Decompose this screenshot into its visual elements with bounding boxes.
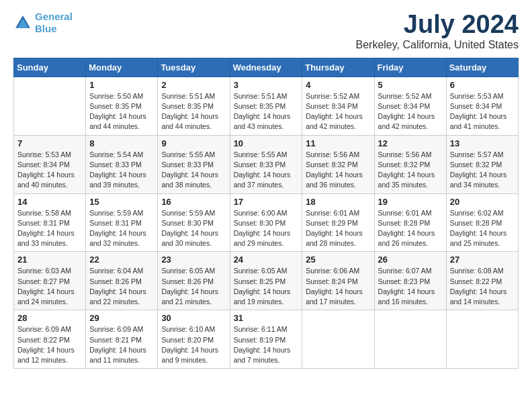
day-number: 14 [17,197,82,207]
day-number: 8 [89,138,154,148]
day-number: 21 [17,255,82,265]
location-title: Berkeley, California, United States [356,39,519,51]
calendar-cell: 16Sunrise: 5:59 AM Sunset: 8:30 PM Dayli… [158,193,230,252]
day-info: Sunrise: 5:57 AM Sunset: 8:32 PM Dayligh… [450,150,515,191]
day-info: Sunrise: 5:53 AM Sunset: 8:34 PM Dayligh… [450,91,515,132]
calendar-cell: 29Sunrise: 6:09 AM Sunset: 8:21 PM Dayli… [86,310,158,369]
day-number: 11 [306,138,370,148]
calendar-cell: 19Sunrise: 6:01 AM Sunset: 8:28 PM Dayli… [374,193,446,252]
day-info: Sunrise: 5:55 AM Sunset: 8:33 PM Dayligh… [234,150,299,191]
day-number: 27 [450,255,515,265]
day-number: 25 [306,255,370,265]
day-number: 23 [161,255,226,265]
day-info: Sunrise: 6:05 AM Sunset: 8:26 PM Dayligh… [161,266,226,307]
day-info: Sunrise: 5:56 AM Sunset: 8:32 PM Dayligh… [306,150,370,191]
calendar-cell: 9Sunrise: 5:55 AM Sunset: 8:33 PM Daylig… [158,135,230,193]
calendar-cell [302,310,374,369]
weekday-header: Tuesday [158,58,230,77]
calendar-cell: 7Sunrise: 5:53 AM Sunset: 8:34 PM Daylig… [14,135,86,193]
logo: General Blue [13,11,73,35]
day-number: 17 [234,197,299,207]
calendar-cell [446,310,518,369]
calendar-week-row: 1Sunrise: 5:50 AM Sunset: 8:35 PM Daylig… [14,77,519,135]
day-number: 19 [378,197,443,207]
day-number: 31 [234,313,299,323]
calendar-cell: 23Sunrise: 6:05 AM Sunset: 8:26 PM Dayli… [158,252,230,310]
calendar-cell: 26Sunrise: 6:07 AM Sunset: 8:23 PM Dayli… [374,252,446,310]
title-area: July 2024 Berkeley, California, United S… [356,11,519,51]
day-info: Sunrise: 5:56 AM Sunset: 8:32 PM Dayligh… [378,150,443,191]
day-info: Sunrise: 6:01 AM Sunset: 8:28 PM Dayligh… [378,208,443,249]
calendar-cell: 10Sunrise: 5:55 AM Sunset: 8:33 PM Dayli… [230,135,302,193]
calendar-cell: 1Sunrise: 5:50 AM Sunset: 8:35 PM Daylig… [86,77,158,135]
day-number: 22 [89,255,154,265]
day-number: 15 [89,197,154,207]
calendar-cell: 31Sunrise: 6:11 AM Sunset: 8:19 PM Dayli… [230,310,302,369]
calendar-cell: 3Sunrise: 5:51 AM Sunset: 8:35 PM Daylig… [230,77,302,135]
calendar-cell [374,310,446,369]
weekday-header: Thursday [302,58,374,77]
day-info: Sunrise: 6:03 AM Sunset: 8:27 PM Dayligh… [17,266,82,307]
calendar-cell: 8Sunrise: 5:54 AM Sunset: 8:33 PM Daylig… [86,135,158,193]
day-number: 29 [89,313,154,323]
day-number: 2 [161,80,226,90]
day-info: Sunrise: 5:52 AM Sunset: 8:34 PM Dayligh… [306,91,370,132]
day-info: Sunrise: 5:50 AM Sunset: 8:35 PM Dayligh… [89,91,154,132]
day-number: 7 [17,138,82,148]
calendar-cell: 27Sunrise: 6:08 AM Sunset: 8:22 PM Dayli… [446,252,518,310]
day-info: Sunrise: 5:51 AM Sunset: 8:35 PM Dayligh… [234,91,299,132]
day-number: 3 [234,80,299,90]
calendar-table: SundayMondayTuesdayWednesdayThursdayFrid… [13,58,519,369]
day-number: 24 [234,255,299,265]
calendar-cell: 12Sunrise: 5:56 AM Sunset: 8:32 PM Dayli… [374,135,446,193]
day-number: 4 [306,80,370,90]
logo-text: General Blue [35,11,73,35]
day-info: Sunrise: 5:54 AM Sunset: 8:33 PM Dayligh… [89,150,154,191]
day-info: Sunrise: 6:11 AM Sunset: 8:19 PM Dayligh… [234,324,299,365]
weekday-header: Sunday [14,58,86,77]
weekday-header: Monday [86,58,158,77]
calendar-cell: 11Sunrise: 5:56 AM Sunset: 8:32 PM Dayli… [302,135,374,193]
calendar-cell: 6Sunrise: 5:53 AM Sunset: 8:34 PM Daylig… [446,77,518,135]
logo-icon [13,13,32,32]
calendar-cell [14,77,86,135]
logo-line1: General [35,11,73,22]
day-info: Sunrise: 6:01 AM Sunset: 8:29 PM Dayligh… [306,208,370,249]
day-info: Sunrise: 6:07 AM Sunset: 8:23 PM Dayligh… [378,266,443,307]
day-info: Sunrise: 6:08 AM Sunset: 8:22 PM Dayligh… [450,266,515,307]
day-number: 1 [89,80,154,90]
calendar-cell: 21Sunrise: 6:03 AM Sunset: 8:27 PM Dayli… [14,252,86,310]
calendar-cell: 20Sunrise: 6:02 AM Sunset: 8:28 PM Dayli… [446,193,518,252]
weekday-header: Wednesday [230,58,302,77]
calendar-week-row: 14Sunrise: 5:58 AM Sunset: 8:31 PM Dayli… [14,193,519,252]
calendar-cell: 17Sunrise: 6:00 AM Sunset: 8:30 PM Dayli… [230,193,302,252]
day-info: Sunrise: 6:04 AM Sunset: 8:26 PM Dayligh… [89,266,154,307]
day-info: Sunrise: 5:55 AM Sunset: 8:33 PM Dayligh… [161,150,226,191]
day-number: 12 [378,138,443,148]
day-number: 6 [450,80,515,90]
day-info: Sunrise: 6:02 AM Sunset: 8:28 PM Dayligh… [450,208,515,249]
day-info: Sunrise: 5:52 AM Sunset: 8:34 PM Dayligh… [378,91,443,132]
day-info: Sunrise: 6:09 AM Sunset: 8:22 PM Dayligh… [17,324,82,365]
day-info: Sunrise: 5:51 AM Sunset: 8:35 PM Dayligh… [161,91,226,132]
day-number: 18 [306,197,370,207]
calendar-week-row: 28Sunrise: 6:09 AM Sunset: 8:22 PM Dayli… [14,310,519,369]
day-info: Sunrise: 6:09 AM Sunset: 8:21 PM Dayligh… [89,324,154,365]
calendar-week-row: 7Sunrise: 5:53 AM Sunset: 8:34 PM Daylig… [14,135,519,193]
day-info: Sunrise: 6:10 AM Sunset: 8:20 PM Dayligh… [161,324,226,365]
day-number: 26 [378,255,443,265]
weekday-header: Saturday [446,58,518,77]
day-info: Sunrise: 5:59 AM Sunset: 8:31 PM Dayligh… [89,208,154,249]
calendar-cell: 14Sunrise: 5:58 AM Sunset: 8:31 PM Dayli… [14,193,86,252]
day-number: 16 [161,197,226,207]
day-number: 10 [234,138,299,148]
calendar-cell: 24Sunrise: 6:05 AM Sunset: 8:25 PM Dayli… [230,252,302,310]
calendar-cell: 30Sunrise: 6:10 AM Sunset: 8:20 PM Dayli… [158,310,230,369]
calendar-cell: 2Sunrise: 5:51 AM Sunset: 8:35 PM Daylig… [158,77,230,135]
day-number: 30 [161,313,226,323]
calendar-week-row: 21Sunrise: 6:03 AM Sunset: 8:27 PM Dayli… [14,252,519,310]
month-title: July 2024 [356,11,519,39]
day-number: 13 [450,138,515,148]
logo-line2: Blue [35,23,57,34]
calendar-cell: 15Sunrise: 5:59 AM Sunset: 8:31 PM Dayli… [86,193,158,252]
